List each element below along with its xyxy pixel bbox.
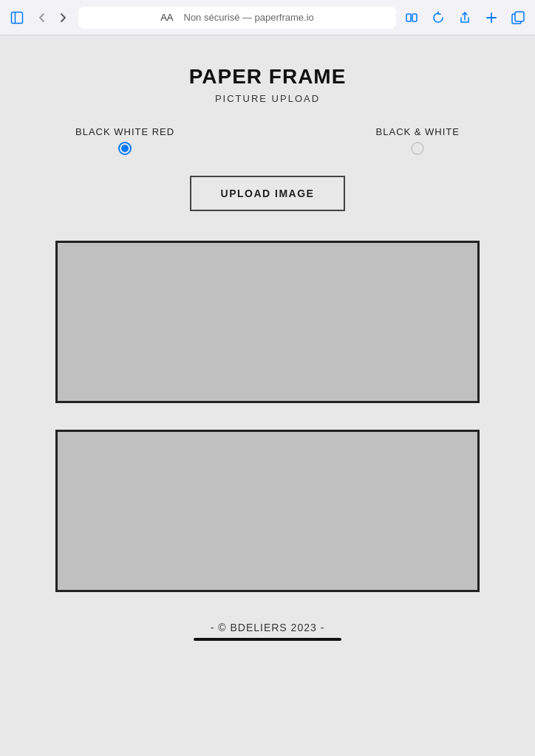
page-subtitle: PICTURE UPLOAD [215,93,320,104]
browser-chrome: AA Non sécurisé — paperframe.io [0,0,535,35]
upload-image-button[interactable]: UPLOAD IMAGE [190,176,346,211]
image-preview-area-2 [55,430,480,592]
browser-nav-buttons [33,8,72,27]
svg-rect-8 [515,12,524,21]
footer-copyright: - © BDELIERS 2023 - [211,622,325,633]
page-title: PAPER FRAME [189,65,347,89]
refresh-button[interactable] [429,8,448,27]
forward-button[interactable] [53,8,72,27]
share-button[interactable] [455,8,474,27]
radio-circle-black-white[interactable] [411,142,424,155]
address-bar[interactable]: AA Non sécurisé — paperframe.io [78,7,396,29]
url-display: Non sécurisé — paperframe.io [184,12,314,23]
browser-action-buttons [402,8,528,27]
svg-rect-3 [412,14,417,21]
radio-option-black-white-red[interactable]: BLACK WHITE RED [75,126,174,155]
svg-rect-0 [12,12,23,23]
back-button[interactable] [33,8,52,27]
image-preview-area-1 [55,241,480,403]
reader-mode-button[interactable]: AA [160,12,173,23]
radio-circle-black-white-red[interactable] [118,142,132,155]
footer-line [194,638,341,641]
filter-options: BLACK WHITE RED BLACK & WHITE [53,126,482,155]
radio-option-black-white[interactable]: BLACK & WHITE [376,126,460,155]
radio-label-black-white: BLACK & WHITE [376,126,460,137]
tabs-overview-button[interactable] [508,8,528,27]
new-tab-button[interactable] [482,8,501,27]
reader-icon[interactable] [402,8,421,27]
page-content: PAPER FRAME PICTURE UPLOAD BLACK WHITE R… [0,35,535,756]
sidebar-toggle-button[interactable] [7,8,27,27]
footer: - © BDELIERS 2023 - [15,622,520,648]
svg-rect-2 [406,14,411,21]
radio-label-black-white-red: BLACK WHITE RED [75,126,174,137]
